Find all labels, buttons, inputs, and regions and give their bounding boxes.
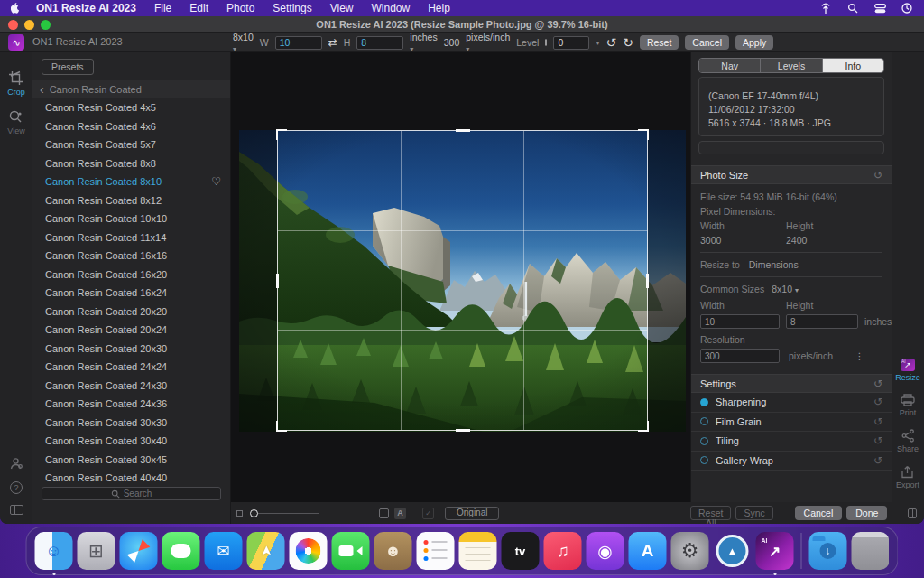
dock-item-music[interactable]: ♫ bbox=[544, 532, 582, 570]
rotate-cw-icon[interactable]: ↻ bbox=[623, 36, 633, 49]
preset-item[interactable]: Canon Resin Coated 30x45 bbox=[32, 451, 230, 470]
reset-section-icon[interactable]: ↺ bbox=[873, 415, 882, 428]
preset-item[interactable]: Canon Resin Coated 20x24 bbox=[32, 321, 230, 340]
original-preview-button[interactable]: Original bbox=[445, 507, 499, 520]
preset-item[interactable]: Canon Resin Coated 24x30 bbox=[32, 377, 230, 396]
preset-item[interactable]: Canon Resin Coated 24x36 bbox=[32, 395, 230, 414]
toggle-icon[interactable] bbox=[700, 398, 708, 406]
menu-view[interactable]: View bbox=[330, 2, 354, 14]
downloads-icon[interactable] bbox=[809, 532, 847, 570]
resize-width-input[interactable] bbox=[700, 314, 780, 329]
units-dropdown[interactable]: inches ▾ bbox=[410, 32, 437, 53]
compare-mode-icon[interactable]: A bbox=[394, 508, 406, 519]
rotate-ccw-icon[interactable]: ↺ bbox=[605, 36, 616, 49]
presets-button[interactable]: Presets bbox=[42, 59, 94, 75]
dock-item-system-settings[interactable]: ⚙ bbox=[671, 532, 709, 570]
podcasts-icon[interactable]: ◉ bbox=[587, 532, 624, 570]
preset-item[interactable]: Canon Resin Coated 24x24 bbox=[32, 358, 230, 377]
level-input[interactable] bbox=[553, 36, 589, 50]
done-button[interactable]: Done bbox=[846, 506, 887, 520]
dock-item-safari[interactable] bbox=[120, 532, 158, 570]
menubar-app-name[interactable]: ON1 Resize AI 2023 bbox=[36, 2, 136, 14]
cancel-button[interactable]: Cancel bbox=[795, 506, 843, 520]
dock-item-on1-resize-ai[interactable]: ↗ bbox=[756, 532, 794, 570]
crop-handle-bottom[interactable] bbox=[456, 429, 470, 432]
crop-width-input[interactable] bbox=[275, 36, 322, 50]
crop-handle-top-left[interactable] bbox=[276, 129, 287, 140]
crop-handle-top[interactable] bbox=[456, 129, 470, 132]
contacts-icon[interactable]: ☻ bbox=[374, 532, 412, 570]
close-window-button[interactable] bbox=[8, 20, 18, 30]
module-print[interactable]: Print bbox=[900, 394, 917, 417]
favorite-heart-icon[interactable]: ♡ bbox=[211, 175, 221, 188]
reset-all-button[interactable]: Reset All bbox=[690, 506, 731, 520]
zoom-slider-knob[interactable] bbox=[250, 509, 258, 517]
dock-item-downloads[interactable] bbox=[809, 532, 847, 570]
zoom-window-button[interactable] bbox=[41, 20, 51, 30]
dock-item-notes[interactable] bbox=[459, 532, 497, 570]
appletv-icon[interactable]: tv bbox=[502, 532, 540, 570]
preview-mode-icon[interactable] bbox=[379, 508, 389, 518]
wireless-icon[interactable] bbox=[819, 2, 832, 14]
crop-handle-left[interactable] bbox=[276, 274, 279, 288]
dock-item-reminders[interactable] bbox=[417, 532, 455, 570]
trash-icon[interactable] bbox=[852, 532, 890, 570]
crop-handle-right[interactable] bbox=[646, 274, 649, 288]
reset-section-icon[interactable]: ↺ bbox=[873, 378, 882, 390]
dock-item-appletv[interactable]: tv bbox=[502, 532, 540, 570]
toggle-icon[interactable] bbox=[700, 456, 708, 464]
toggle-icon[interactable] bbox=[700, 417, 708, 425]
system-settings-icon[interactable]: ⚙ bbox=[671, 532, 709, 570]
dock-item-trash[interactable] bbox=[852, 532, 890, 570]
link-dimensions-icon[interactable]: ⋮ bbox=[855, 350, 864, 361]
control-center-icon[interactable] bbox=[873, 2, 886, 14]
maps-icon[interactable] bbox=[247, 532, 285, 570]
apple-menu-icon[interactable] bbox=[11, 3, 22, 14]
preset-item[interactable]: Canon Resin Coated 5x7 bbox=[32, 135, 230, 154]
mail-icon[interactable]: ✉ bbox=[205, 532, 243, 570]
resolution-units-dropdown[interactable]: pixels/inch ▾ bbox=[466, 32, 510, 53]
menu-settings[interactable]: Settings bbox=[273, 2, 311, 14]
settings-row-tiling[interactable]: Tiling↺ bbox=[691, 432, 892, 452]
preset-item[interactable]: Canon Resin Coated 40x40 bbox=[32, 469, 230, 488]
back-chevron-icon[interactable]: ‹ bbox=[40, 82, 44, 97]
dock-item-appstore[interactable]: A bbox=[629, 532, 667, 570]
swap-dimensions-icon[interactable]: ⇄ bbox=[328, 36, 337, 49]
preset-item[interactable]: Canon Resin Coated 10x10 bbox=[32, 210, 230, 228]
search-icon[interactable] bbox=[846, 2, 859, 14]
crop-handle-bottom-right[interactable] bbox=[638, 421, 649, 432]
dock-item-finder[interactable]: ☺ bbox=[35, 532, 73, 570]
settings-row-gallery-wrap[interactable]: Gallery Wrap↺ bbox=[691, 452, 892, 471]
preset-item[interactable]: Canon Resin Coated 8x10♡ bbox=[32, 172, 230, 191]
on1-photo-raw-icon[interactable] bbox=[714, 532, 752, 570]
preset-item[interactable]: Canon Resin Coated 4x6 bbox=[32, 117, 230, 136]
messages-icon[interactable] bbox=[162, 532, 200, 570]
resize-height-input[interactable] bbox=[786, 314, 858, 329]
dock-item-photos[interactable] bbox=[290, 532, 328, 570]
photo-canvas[interactable] bbox=[231, 52, 690, 502]
launchpad-icon[interactable]: ⊞ bbox=[78, 532, 116, 570]
module-share[interactable]: Share bbox=[897, 429, 919, 453]
preset-item[interactable]: Canon Resin Coated 11x14 bbox=[32, 228, 230, 247]
menu-window[interactable]: Window bbox=[372, 2, 411, 14]
preset-group-header[interactable]: ‹ Canon Resin Coated bbox=[32, 80, 230, 98]
preset-item[interactable]: Canon Resin Coated 16x16 bbox=[32, 247, 230, 266]
dock-item-maps[interactable] bbox=[247, 532, 285, 570]
dock-item-on1-photo-raw[interactable] bbox=[714, 532, 752, 570]
cancel-crop-button[interactable]: Cancel bbox=[685, 35, 729, 50]
reset-section-icon[interactable]: ↺ bbox=[873, 454, 882, 467]
panel-toggle-icon[interactable] bbox=[908, 508, 917, 518]
module-resize[interactable]: ↗ Resize bbox=[895, 359, 920, 382]
preset-item[interactable]: Canon Resin Coated 16x24 bbox=[32, 284, 230, 303]
menu-file[interactable]: File bbox=[154, 2, 171, 14]
zoom-out-icon[interactable] bbox=[236, 510, 243, 517]
resize-to-dropdown[interactable]: Dimensions bbox=[749, 259, 799, 270]
facetime-icon[interactable] bbox=[332, 532, 370, 570]
menu-help[interactable]: Help bbox=[428, 2, 450, 14]
reset-button[interactable]: Reset bbox=[640, 35, 679, 50]
notes-icon[interactable] bbox=[459, 532, 497, 570]
crop-handle-bottom-left[interactable] bbox=[276, 421, 287, 432]
tab-levels[interactable]: Levels bbox=[761, 59, 822, 72]
resolution-input[interactable] bbox=[700, 349, 780, 363]
soft-proof-icon[interactable]: ✓ bbox=[422, 508, 434, 519]
